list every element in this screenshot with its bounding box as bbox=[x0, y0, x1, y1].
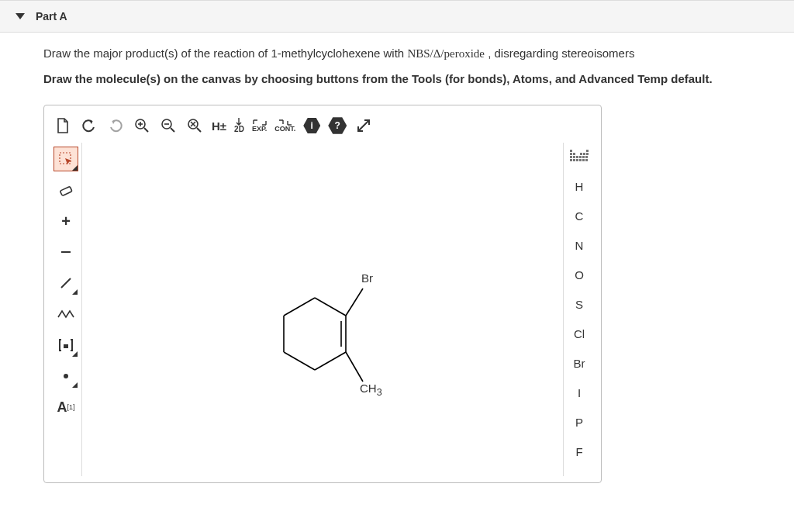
two-d-label: 2D bbox=[234, 126, 244, 133]
annotation-sup: [1] bbox=[67, 403, 74, 411]
contract-label: CONT. bbox=[274, 126, 295, 133]
br-atom-label[interactable]: Br bbox=[361, 271, 373, 285]
svg-rect-35 bbox=[579, 156, 582, 158]
new-document-button[interactable] bbox=[54, 116, 72, 135]
decrease-charge-tool[interactable] bbox=[54, 240, 78, 264]
radical-tool[interactable] bbox=[54, 364, 78, 388]
svg-rect-32 bbox=[570, 156, 572, 158]
svg-rect-43 bbox=[585, 159, 588, 161]
eraser-tool[interactable] bbox=[54, 178, 78, 202]
svg-rect-30 bbox=[583, 153, 585, 155]
submenu-indicator-icon bbox=[72, 351, 78, 357]
atom-S-button[interactable]: S bbox=[568, 295, 591, 313]
svg-line-8 bbox=[197, 128, 201, 132]
svg-rect-33 bbox=[573, 156, 575, 158]
submenu-indicator-icon bbox=[72, 382, 78, 388]
svg-line-19 bbox=[315, 352, 346, 370]
svg-rect-14 bbox=[64, 344, 68, 348]
svg-line-22 bbox=[284, 298, 315, 316]
increase-charge-tool[interactable]: + bbox=[54, 209, 78, 233]
atom-P-button[interactable]: P bbox=[568, 413, 591, 431]
question-line-1: Draw the major product(s) of the reactio… bbox=[43, 45, 751, 63]
zoom-out-button[interactable] bbox=[159, 116, 178, 135]
expand-button[interactable]: EXP. bbox=[252, 116, 267, 135]
svg-rect-34 bbox=[576, 156, 578, 158]
atom-Cl-button[interactable]: Cl bbox=[568, 324, 591, 343]
fullscreen-button[interactable] bbox=[354, 116, 373, 135]
svg-rect-42 bbox=[582, 159, 585, 161]
info-button[interactable]: i bbox=[303, 117, 320, 134]
atom-F-button[interactable]: F bbox=[568, 442, 591, 461]
svg-line-1 bbox=[144, 128, 148, 132]
atom-Br-button[interactable]: Br bbox=[568, 354, 591, 372]
svg-line-23 bbox=[346, 288, 363, 316]
svg-line-24 bbox=[346, 352, 363, 382]
expand-label: EXP. bbox=[252, 126, 267, 133]
part-header[interactable]: Part A bbox=[0, 0, 794, 33]
svg-line-13 bbox=[61, 278, 71, 288]
submenu-indicator-icon bbox=[72, 165, 78, 171]
svg-rect-40 bbox=[576, 159, 578, 161]
atom-C-button[interactable]: C bbox=[568, 206, 591, 225]
svg-rect-28 bbox=[573, 153, 575, 155]
single-bond-tool[interactable] bbox=[54, 271, 78, 295]
hydrogen-toggle-button[interactable]: H± bbox=[212, 116, 226, 135]
contract-button[interactable]: CONT. bbox=[274, 116, 295, 135]
bracket-tool[interactable] bbox=[54, 333, 78, 357]
svg-rect-37 bbox=[585, 156, 588, 158]
zoom-reset-button[interactable] bbox=[185, 116, 204, 135]
question-line-2: Draw the molecule(s) on the canvas by ch… bbox=[43, 71, 751, 88]
svg-line-5 bbox=[171, 128, 174, 132]
two-d-button[interactable]: 2D bbox=[234, 116, 244, 135]
atom-I-button[interactable]: I bbox=[568, 383, 591, 402]
minus-icon bbox=[61, 251, 71, 253]
svg-rect-31 bbox=[586, 153, 589, 155]
redo-button[interactable] bbox=[106, 116, 125, 135]
svg-line-20 bbox=[284, 352, 315, 370]
svg-rect-36 bbox=[582, 156, 585, 158]
question-block: Draw the major product(s) of the reactio… bbox=[0, 33, 794, 94]
svg-rect-12 bbox=[60, 186, 72, 195]
undo-button[interactable] bbox=[80, 116, 98, 135]
drawing-canvas[interactable]: Br CH3 bbox=[81, 143, 564, 476]
molecule-drawing[interactable]: Br CH3 bbox=[261, 267, 392, 432]
atom-H-button[interactable]: H bbox=[568, 177, 591, 195]
collapse-caret-icon[interactable] bbox=[16, 13, 25, 19]
svg-point-15 bbox=[64, 374, 68, 378]
svg-rect-38 bbox=[570, 159, 572, 161]
q1-reagent: NBS/Δ/peroxide bbox=[407, 47, 485, 60]
left-toolbar: + A[1] bbox=[50, 143, 81, 476]
atom-O-button[interactable]: O bbox=[568, 265, 591, 284]
atom-N-button[interactable]: N bbox=[568, 236, 591, 254]
svg-rect-25 bbox=[570, 150, 572, 152]
periodic-table-button[interactable] bbox=[568, 147, 591, 166]
q1-text-b: , disregarding stereoisomers bbox=[485, 47, 634, 60]
svg-rect-39 bbox=[573, 159, 575, 161]
svg-rect-29 bbox=[580, 153, 582, 155]
structure-editor: H± 2D EXP. CONT. i ? bbox=[43, 105, 602, 483]
svg-rect-27 bbox=[570, 153, 572, 155]
chain-bond-tool[interactable] bbox=[54, 302, 78, 326]
part-title: Part A bbox=[36, 10, 67, 22]
top-toolbar: H± 2D EXP. CONT. i ? bbox=[50, 112, 595, 143]
svg-rect-26 bbox=[586, 150, 589, 152]
annotation-A: A bbox=[57, 399, 67, 416]
marquee-select-tool[interactable] bbox=[54, 147, 78, 171]
submenu-indicator-icon bbox=[72, 289, 78, 295]
ch3-group-label[interactable]: CH3 bbox=[360, 382, 382, 398]
svg-rect-41 bbox=[579, 159, 582, 161]
plus-icon: + bbox=[61, 212, 71, 230]
zoom-in-button[interactable] bbox=[133, 116, 151, 135]
svg-line-16 bbox=[315, 298, 346, 316]
annotation-tool[interactable]: A[1] bbox=[54, 396, 78, 419]
q1-text-a: Draw the major product(s) of the reactio… bbox=[43, 47, 407, 60]
help-button[interactable]: ? bbox=[328, 116, 347, 135]
right-toolbar: H C N O S Cl Br I P F bbox=[564, 143, 595, 476]
